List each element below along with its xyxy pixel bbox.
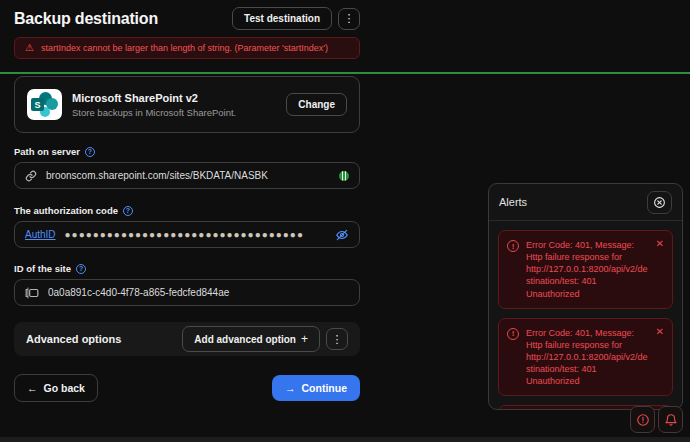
page-header: Backup destination Test destination ⋮ — [14, 0, 360, 37]
footer-actions: ← Go back → Continue — [14, 374, 360, 402]
error-log-button[interactable] — [630, 406, 655, 433]
warning-triangle-icon: ⚠ — [25, 43, 34, 53]
continue-button[interactable]: → Continue — [272, 375, 360, 401]
path-input-value: broonscom.sharepoint.com/sites/BKDATA/NA… — [46, 170, 268, 181]
add-advanced-option-label: Add advanced option — [194, 334, 296, 345]
alert-item: ! Error Code: 401, Message: Http failure… — [498, 318, 673, 397]
plus-icon: + — [301, 332, 308, 346]
go-back-button[interactable]: ← Go back — [14, 374, 98, 402]
auth-masked-value: ●●●●●●●●●●●●●●●●●●●●●●●●●●●●●●●●●● — [65, 229, 326, 240]
error-banner-text: startIndex cannot be larger than length … — [41, 43, 328, 53]
sharepoint-logo-letter: S — [31, 98, 44, 111]
alert-close-button[interactable]: ✕ — [656, 327, 664, 337]
test-destination-button[interactable]: Test destination — [232, 7, 332, 30]
destination-description: Store backups in Microsoft SharePoint. — [72, 107, 276, 118]
forward-arrow-icon: → — [285, 382, 296, 394]
path-input[interactable]: broonscom.sharepoint.com/sites/BKDATA/NA… — [14, 162, 360, 189]
alert-text: Error Code: 401, Message: Http failure r… — [526, 239, 649, 300]
site-field-label-row: ID of the site ? — [14, 263, 360, 274]
backup-destination-screen: Backup destination Test destination ⋮ ⚠ … — [0, 0, 690, 442]
path-help-icon[interactable]: ? — [85, 147, 95, 157]
header-kebab-menu-button[interactable]: ⋮ — [338, 8, 360, 30]
toggle-visibility-button[interactable] — [335, 228, 349, 242]
alerts-panel-header: Alerts — [489, 184, 682, 221]
notifications-button[interactable] — [658, 406, 683, 433]
advanced-options-label: Advanced options — [26, 333, 182, 345]
site-help-icon[interactable]: ? — [76, 264, 86, 274]
bell-icon — [664, 413, 678, 427]
destination-name: Microsoft SharePoint v2 — [72, 92, 276, 104]
alerts-dismiss-all-button[interactable] — [647, 191, 672, 214]
alert-close-button[interactable]: ✕ — [656, 239, 664, 249]
site-id-value: 0a0a891c-c4d0-4f78-a865-fedcfed844ae — [48, 287, 229, 298]
error-circle-icon: ! — [507, 240, 519, 252]
add-advanced-option-button[interactable]: Add advanced option + — [182, 326, 320, 352]
back-arrow-icon: ← — [27, 382, 38, 394]
destination-card: S Microsoft SharePoint v2 Store backups … — [14, 76, 360, 133]
kebab-icon: ⋮ — [344, 12, 355, 25]
error-circle-icon — [636, 413, 650, 427]
page-title: Backup destination — [14, 10, 158, 28]
go-back-label: Go back — [44, 382, 85, 394]
kebab-icon: ⋮ — [332, 333, 343, 346]
header-actions: Test destination ⋮ — [232, 7, 360, 30]
path-status-icon — [339, 171, 349, 181]
alerts-panel: Alerts ! Error Code: 401, Message: Http … — [488, 183, 683, 410]
error-banner: ⚠ startIndex cannot be larger than lengt… — [14, 37, 360, 59]
alert-text: Error Code: 401, Message: Http failure r… — [526, 327, 649, 388]
alert-item: ! Error Code: 401, Message: Http failure… — [498, 230, 673, 309]
auth-help-icon[interactable]: ? — [123, 206, 133, 216]
alerts-panel-title: Alerts — [499, 196, 527, 208]
alerts-list: ! Error Code: 401, Message: Http failure… — [489, 221, 682, 410]
advanced-options-row: Advanced options Add advanced option + ⋮ — [14, 322, 360, 356]
auth-field-label-row: The authorization code ? — [14, 205, 360, 216]
bottom-edge-strip — [0, 437, 690, 442]
destination-info: Microsoft SharePoint v2 Store backups in… — [72, 92, 276, 118]
change-destination-button[interactable]: Change — [286, 93, 347, 116]
main-column: Backup destination Test destination ⋮ ⚠ … — [14, 0, 360, 402]
auth-input[interactable]: AuthID ●●●●●●●●●●●●●●●●●●●●●●●●●●●●●●●●●… — [14, 221, 360, 248]
form-field-icon — [25, 287, 39, 299]
auth-field-label: The authorization code — [14, 205, 118, 216]
advanced-kebab-menu-button[interactable]: ⋮ — [326, 328, 348, 350]
eye-off-icon — [335, 228, 349, 242]
site-id-input[interactable]: 0a0a891c-c4d0-4f78-a865-fedcfed844ae — [14, 279, 360, 306]
link-icon — [25, 170, 37, 182]
circle-close-icon — [653, 196, 666, 209]
error-circle-icon: ! — [507, 328, 519, 340]
path-field-label-row: Path on server ? — [14, 146, 360, 157]
site-field-label: ID of the site — [14, 263, 71, 274]
authid-link[interactable]: AuthID — [25, 229, 56, 240]
continue-label: Continue — [302, 382, 348, 394]
sharepoint-logo-icon: S — [27, 89, 62, 120]
path-field-label: Path on server — [14, 146, 80, 157]
